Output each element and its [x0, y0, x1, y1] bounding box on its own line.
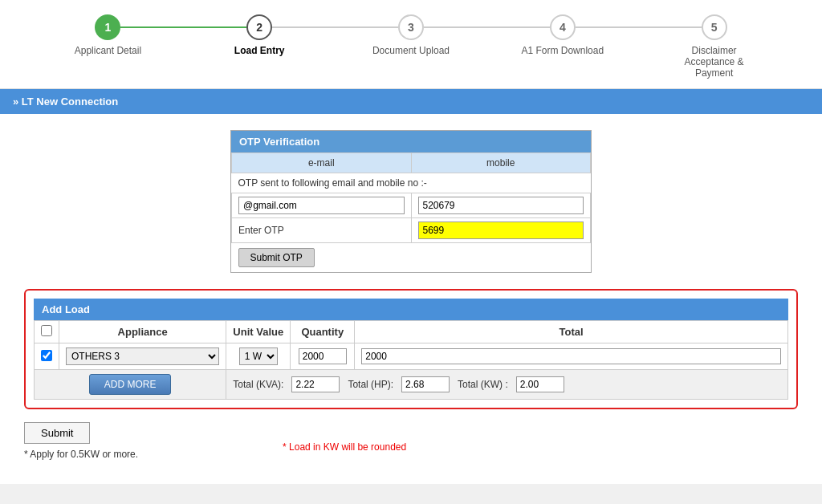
step-3: 3 Document Upload	[336, 14, 487, 56]
row-total-cell	[355, 343, 788, 370]
quantity-input[interactable]	[299, 348, 347, 364]
step-2-circle: 2	[246, 14, 272, 40]
row-appliance-cell: OTHERS 3	[59, 343, 226, 370]
step-4: 4 A1 Form Download	[486, 14, 638, 56]
col-unit-header: Unit Value	[226, 321, 291, 343]
stepper-container: 1 Applicant Detail 2 Load Entry 3 Docume…	[0, 0, 822, 89]
step-2: 2 Load Entry	[184, 14, 336, 56]
step-3-label: Document Upload	[372, 45, 450, 56]
otp-container: OTP Verification e-mail mobile OTP sent …	[230, 130, 592, 273]
otp-table: e-mail mobile OTP sent to following emai…	[231, 152, 591, 272]
section-header: LT New Connection	[0, 89, 822, 114]
otp-email-input[interactable]	[238, 197, 405, 214]
step-4-label: A1 Form Download	[521, 45, 604, 56]
otp-value-cell	[411, 218, 591, 243]
load-row: OTHERS 3 1 W	[35, 343, 788, 370]
col-checkbox-header	[35, 321, 59, 343]
totals-row: Total (KVA): Total (HP): Total (KW) :	[233, 376, 781, 392]
row-quantity-cell	[291, 343, 355, 370]
select-all-checkbox[interactable]	[41, 325, 52, 336]
submit-section: Submit * Apply for 0.5KW or more. * Load…	[24, 422, 798, 460]
step-1-line	[120, 26, 183, 28]
notes-row: * Apply for 0.5KW or more. * Load in KW …	[24, 449, 406, 460]
row-unit-cell: 1 W	[226, 343, 291, 370]
add-load-outer: Add Load Appliance Unit Value Quantity T…	[24, 289, 798, 409]
otp-submit-cell: Submit OTP	[232, 243, 591, 273]
total-hp-label: Total (HP):	[348, 379, 393, 390]
col-total-header: Total	[355, 321, 788, 343]
otp-col-email: e-mail	[232, 153, 412, 173]
step-3-line-right	[424, 26, 486, 28]
add-load-table: Appliance Unit Value Quantity Total OTHE…	[34, 320, 788, 400]
otp-mobile-cell	[411, 193, 591, 218]
step-1-circle: 1	[95, 14, 120, 40]
step-5-line-right	[727, 26, 790, 28]
total-kva-input[interactable]	[291, 376, 340, 392]
otp-sent-label: OTP sent to following email and mobile n…	[232, 173, 591, 193]
unit-select[interactable]: 1 W	[239, 348, 278, 365]
appliance-select[interactable]: OTHERS 3	[66, 348, 219, 365]
submit-otp-button[interactable]: Submit OTP	[238, 248, 315, 267]
total-kva-label: Total (KVA):	[233, 379, 283, 390]
total-input[interactable]	[361, 348, 781, 364]
total-kw-label: Total (KW) :	[458, 379, 508, 390]
step-5-line-left	[638, 26, 701, 28]
step-1-label: Applicant Detail	[75, 45, 141, 56]
total-hp-input[interactable]	[401, 376, 450, 392]
add-more-cell: ADD MORE	[35, 370, 226, 400]
main-content: OTP Verification e-mail mobile OTP sent …	[0, 114, 822, 484]
total-kw-input[interactable]	[516, 376, 564, 392]
totals-cell: Total (KVA): Total (HP): Total (KW) :	[226, 370, 788, 400]
add-more-button[interactable]: ADD MORE	[89, 374, 172, 395]
otp-col-mobile: mobile	[411, 153, 591, 173]
submit-button[interactable]: Submit	[24, 422, 90, 444]
row-checkbox[interactable]	[41, 350, 52, 361]
otp-title: OTP Verification	[231, 131, 591, 152]
note-left: * Apply for 0.5KW or more.	[24, 449, 138, 460]
col-quantity-header: Quantity	[291, 321, 355, 343]
step-4-line-right	[576, 26, 638, 28]
col-appliance-header: Appliance	[59, 321, 226, 343]
step-4-line-left	[486, 26, 549, 28]
otp-email-cell	[232, 193, 412, 218]
step-5-label: Disclaimer Acceptance & Payment	[670, 45, 759, 79]
step-4-circle: 4	[550, 14, 576, 40]
step-3-circle: 3	[398, 14, 424, 40]
step-5-circle: 5	[702, 14, 727, 40]
row-checkbox-cell	[35, 343, 59, 370]
otp-enter-label: Enter OTP	[232, 218, 412, 243]
stepper: 1 Applicant Detail 2 Load Entry 3 Docume…	[32, 14, 790, 79]
step-2-label: Load Entry	[234, 45, 285, 56]
step-2-line-left	[184, 26, 246, 28]
add-load-header: Add Load	[34, 299, 788, 320]
step-5: 5 Disclaimer Acceptance & Payment	[638, 14, 790, 79]
step-2-line-right	[272, 26, 335, 28]
add-more-row: ADD MORE Total (KVA): Total (HP): Total …	[35, 370, 788, 400]
step-1: 1 Applicant Detail	[32, 14, 184, 56]
otp-mobile-input[interactable]	[418, 197, 584, 214]
note-right: * Load in KW will be rounded	[283, 441, 406, 453]
step-3-line-left	[336, 26, 398, 28]
otp-value-input[interactable]	[418, 222, 584, 239]
